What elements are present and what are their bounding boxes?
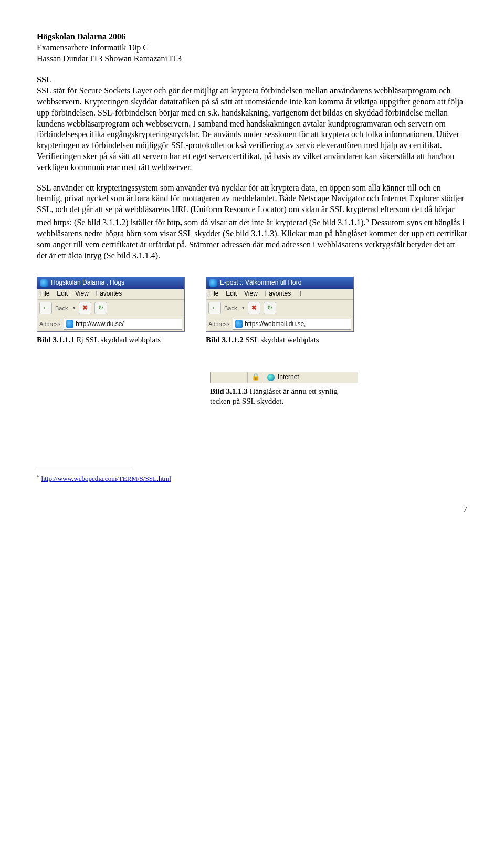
figure-1: Högskolan Dalarna , Högs File Edit View … (37, 277, 185, 345)
stop-button[interactable]: ✖ (248, 302, 260, 314)
menu-favorites[interactable]: Favorites (265, 290, 291, 298)
browser-window-1: Högskolan Dalarna , Högs File Edit View … (37, 277, 185, 332)
toolbar-2: ← Back ▾ ✖ ↻ (206, 300, 353, 317)
back-label: Back (224, 305, 237, 312)
back-dropdown-icon[interactable]: ▾ (242, 305, 245, 311)
section-ssl: SSL SSL står för Secure Sockets Layer oc… (37, 75, 467, 261)
refresh-button[interactable]: ↻ (94, 302, 107, 314)
header-line-2: Examensarbete Informatik 10p C (37, 43, 467, 54)
figure-1-caption: Bild 3.1.1.1 Ej SSL skyddad webbplats (37, 335, 185, 345)
paragraph-1: SSL står för Secure Sockets Layer och gö… (37, 86, 467, 173)
stop-button[interactable]: ✖ (79, 302, 91, 314)
statusbar: 🔒 Internet (210, 372, 358, 383)
titlebar-1: Högskolan Dalarna , Högs (37, 277, 184, 289)
page-icon (66, 320, 74, 328)
address-label: Address (208, 320, 229, 328)
addressbar-1: Address http://www.du.se/ (37, 317, 184, 332)
figure-2-caption: Bild 3.1.1.2 SSL skyddat webbplats (206, 335, 354, 345)
section-title: SSL (37, 75, 51, 84)
back-button[interactable]: ← (208, 302, 221, 314)
browser-window-2: E-post :: Välkommen till Horo File Edit … (206, 277, 354, 332)
caption-text-2: SSL skyddat webbplats (244, 335, 319, 344)
footnote-number: 5 (37, 473, 39, 479)
menu-file[interactable]: File (39, 290, 49, 298)
status-zone-cell: Internet (264, 372, 358, 383)
page-number: 7 (37, 505, 467, 515)
menu-edit[interactable]: Edit (226, 290, 237, 298)
menubar-1[interactable]: File Edit View Favorites (37, 289, 184, 300)
page-icon (235, 320, 243, 328)
menu-file[interactable]: File (208, 290, 218, 298)
back-dropdown-icon[interactable]: ▾ (73, 305, 76, 311)
paragraph-2: SSL använder ett krypteringssystem som a… (37, 183, 467, 261)
ie-icon (209, 279, 217, 287)
menu-edit[interactable]: Edit (57, 290, 68, 298)
header-line-1: Högskolan Dalarna 2006 (37, 32, 467, 43)
zone-label: Internet (278, 373, 299, 382)
figure-3-caption: Bild 3.1.1.3 Hänglåset är ännu ett synli… (210, 386, 357, 407)
menu-view[interactable]: View (244, 290, 258, 298)
caption-bold-2: Bild 3.1.1.2 (206, 335, 244, 344)
caption-text-1: Ej SSL skyddad webbplats (75, 335, 161, 344)
address-input[interactable]: https://webmail.du.se, (233, 319, 351, 330)
lock-icon: 🔒 (251, 373, 260, 382)
header-line-3: Hassan Dundar IT3 Showan Ramazani IT3 (37, 54, 467, 65)
menu-view[interactable]: View (75, 290, 89, 298)
document-header: Högskolan Dalarna 2006 Examensarbete Inf… (37, 32, 467, 64)
caption-bold-3: Bild 3.1.1.3 (210, 387, 248, 395)
footnote-link[interactable]: http://www.webopedia.com/TERM/S/SSL.html (41, 475, 171, 482)
address-label: Address (39, 320, 60, 328)
back-button[interactable]: ← (39, 302, 52, 314)
figure-2: E-post :: Välkommen till Horo File Edit … (206, 277, 354, 345)
footnote-rule (37, 470, 131, 470)
status-lock-cell[interactable]: 🔒 (248, 372, 264, 383)
figure-3: 🔒 Internet Bild 3.1.1.3 Hänglåset är änn… (210, 372, 467, 407)
globe-icon (267, 374, 275, 381)
ie-icon (40, 279, 48, 287)
addressbar-2: Address https://webmail.du.se, (206, 317, 353, 332)
titlebar-2: E-post :: Välkommen till Horo (206, 277, 353, 289)
status-cell-empty (211, 372, 248, 383)
url-text-1: http://www.du.se/ (76, 320, 123, 329)
refresh-button[interactable]: ↻ (264, 302, 276, 314)
figures-row: Högskolan Dalarna , Högs File Edit View … (37, 277, 467, 345)
para2-part-b: som då visar att det inte är krypterad (… (182, 218, 366, 227)
caption-bold-1: Bild 3.1.1.1 (37, 335, 75, 344)
toolbar-1: ← Back ▾ ✖ ↻ (37, 300, 184, 317)
url-text-2: https://webmail.du.se, (245, 320, 306, 329)
menu-t[interactable]: T (298, 290, 302, 298)
address-input[interactable]: http://www.du.se/ (64, 319, 182, 330)
back-label: Back (55, 305, 68, 312)
footnote-5: 5 http://www.webopedia.com/TERM/S/SSL.ht… (37, 473, 467, 484)
window-title-1: Högskolan Dalarna , Högs (51, 279, 124, 287)
menu-favorites[interactable]: Favorites (96, 290, 122, 298)
menubar-2[interactable]: File Edit View Favorites T (206, 289, 353, 300)
window-title-2: E-post :: Välkommen till Horo (220, 279, 301, 287)
